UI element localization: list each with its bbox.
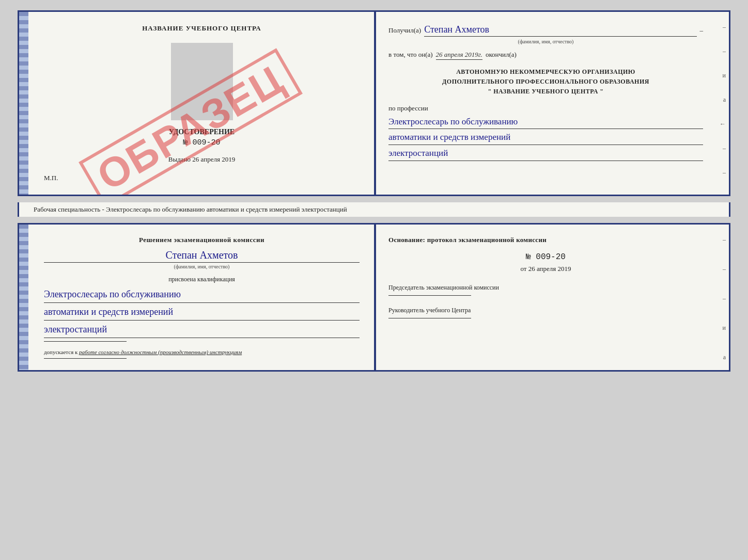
vydano-label: Выдано <box>168 155 191 163</box>
lower-margin-dash-3: – <box>723 295 726 302</box>
profession-sig-line <box>44 341 127 342</box>
poluchil-section: Получил(а) Степан Ахметов – <box>388 24 703 37</box>
okonchil-label: окончил(а) <box>486 51 517 59</box>
po-professii-label: по профессии <box>388 104 703 113</box>
ot-date-section: от 26 апреля 2019 <box>388 265 703 273</box>
lower-recipient-name: Степан Ахметов <box>44 249 360 263</box>
predsedatel-sig-line <box>388 295 471 296</box>
lower-margin-dash-2: – <box>723 265 726 273</box>
predsedatel-label: Председатель экзаменационной комиссии <box>388 283 703 292</box>
upper-left-title: НАЗВАНИЕ УЧЕБНОГО ЦЕНТРА <box>44 24 360 33</box>
left-decorative-strip <box>19 12 28 195</box>
lower-margin-label-a: а <box>723 354 726 361</box>
lower-fio-sublabel: (фамилия, имя, отчество) <box>44 264 360 269</box>
protocol-number: № 009-20 <box>388 252 703 262</box>
lower-left-panel: Решением экзаменационной комиссии Степан… <box>19 225 374 370</box>
lower-profession-line2: автоматики и средств измерений <box>44 305 360 321</box>
upper-document: НАЗВАНИЕ УЧЕБНОГО ЦЕНТРА ОБРАЗЕЦ УДОСТОВ… <box>18 10 730 196</box>
lower-profession-line1: Электрослесарь по обслуживанию <box>44 287 360 303</box>
recipient-name: Степан Ахметов <box>424 24 696 37</box>
lower-right-panel: Основание: протокол экзаменационной коми… <box>374 225 729 370</box>
vydano-line: Выдано 26 апреля 2019 <box>44 155 360 164</box>
certificate-number: № 009-20 <box>44 138 360 147</box>
fio-sublabel: (фамилия, имя, отчество) <box>388 39 703 44</box>
profession-line2: автоматики и средств измерений <box>388 131 703 145</box>
margin-dash-3: – <box>723 145 726 152</box>
org-line2: ДОПОЛНИТЕЛЬНОГО ПРОФЕССИОНАЛЬНОГО ОБРАЗО… <box>388 77 703 87</box>
vtom-date: 26 апреля 2019г. <box>436 51 482 60</box>
upper-right-panel: Получил(а) Степан Ахметов – (фамилия, им… <box>374 12 729 195</box>
vydano-date: 26 апреля 2019 <box>192 155 235 163</box>
upper-left-panel: НАЗВАНИЕ УЧЕБНОГО ЦЕНТРА ОБРАЗЕЦ УДОСТОВ… <box>19 12 374 195</box>
vtom-section: в том, что он(а) 26 апреля 2019г. окончи… <box>388 51 703 60</box>
dopusk-text: работе согласно должностным (производств… <box>79 349 242 355</box>
mp-label: М.П. <box>44 174 360 182</box>
prisvoena-label: присвоена квалификация <box>44 276 360 283</box>
profession-line3: электростанций <box>388 147 703 161</box>
ot-date: 26 апреля 2019 <box>528 265 571 273</box>
dopusk-sig-line <box>44 358 127 359</box>
org-line1: АВТОНОМНУЮ НЕКОММЕРЧЕСКУЮ ОРГАНИЗАЦИЮ <box>388 67 703 77</box>
lower-left-strip <box>19 225 28 370</box>
poluchil-label: Получил(а) <box>388 26 421 35</box>
margin-dash-4: – <box>723 169 726 177</box>
rukovoditel-sig-line <box>388 318 471 318</box>
photo-placeholder <box>171 43 233 120</box>
dopusk-section: допускается к работе согласно должностны… <box>44 349 360 355</box>
ot-label: от <box>520 265 526 273</box>
lower-margin-dash-1: – <box>723 236 726 244</box>
rukovoditel-label: Руководитель учебного Центра <box>388 306 703 315</box>
udostoverenie-title: УДОСТОВЕРЕНИЕ <box>44 128 360 136</box>
lower-margin-label-i: и <box>723 324 726 332</box>
margin-dash-1: – <box>723 23 726 31</box>
vtom-label: в том, что он(а) <box>388 51 433 59</box>
subtitle-bar: Рабочая специальность - Электрослесарь п… <box>18 202 730 217</box>
lower-profession-line3: электростанций <box>44 323 360 338</box>
margin-dash-2: – <box>723 47 726 55</box>
profession-line1: Электрослесарь по обслуживанию <box>388 116 703 130</box>
resheniem-title: Решением экзаменационной комиссии <box>44 236 360 244</box>
lower-document: Решением экзаменационной комиссии Степан… <box>18 223 730 372</box>
subtitle-text: Рабочая специальность - Электрослесарь п… <box>34 205 347 213</box>
osnovanie-title: Основание: протокол экзаменационной коми… <box>388 236 703 244</box>
margin-label-a: а <box>723 96 726 104</box>
dopusk-label: допускается к <box>44 349 77 355</box>
margin-label-arrow: ← <box>720 120 726 128</box>
margin-dash-5: – <box>723 193 726 196</box>
org-block: АВТОНОМНУЮ НЕКОММЕРЧЕСКУЮ ОРГАНИЗАЦИЮ ДО… <box>388 67 703 97</box>
margin-label-i: и <box>723 72 726 79</box>
org-line3: " НАЗВАНИЕ УЧЕБНОГО ЦЕНТРА " <box>388 87 703 97</box>
